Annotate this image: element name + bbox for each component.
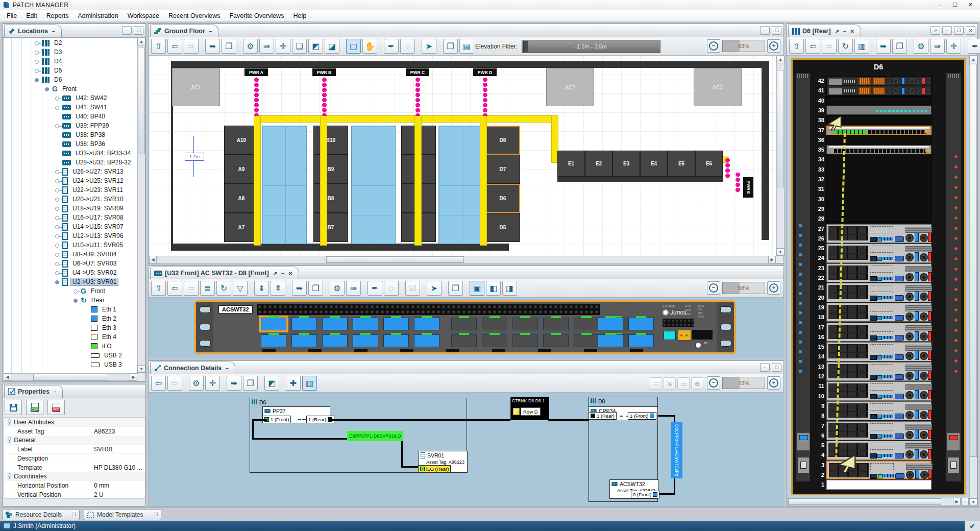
expander-collapsed-icon[interactable] — [35, 50, 40, 55]
pin-button[interactable]: ✒ — [368, 281, 382, 296]
reset-button[interactable] — [695, 342, 701, 348]
rack-vscroll-up[interactable]: ▲ — [969, 56, 977, 63]
property-row[interactable]: Description — [4, 453, 145, 463]
switch-port[interactable] — [414, 318, 439, 330]
fit-button[interactable]: ⇲ — [664, 377, 676, 390]
columns-button[interactable]: ▥ — [302, 376, 317, 391]
rack-up-button[interactable]: ⇞ — [271, 281, 285, 296]
mgmt-port[interactable] — [678, 330, 691, 341]
tree-item-u14-u15-svr07[interactable]: U14->U15: SVR07 — [4, 222, 138, 231]
locations-ctl[interactable]: – — [52, 29, 55, 34]
pwr-node[interactable]: PWR B — [312, 68, 336, 76]
floor-rack-d5[interactable]: D5 — [485, 213, 520, 242]
console-port[interactable] — [664, 331, 676, 340]
switch-port[interactable] — [543, 334, 569, 347]
expander-collapsed-icon[interactable] — [55, 105, 61, 110]
menu-reports[interactable]: Reports — [42, 11, 74, 20]
ground-floor-hscroll-right[interactable]: ▶ — [768, 256, 776, 263]
rack-view-ctl[interactable]: ✕ — [850, 29, 854, 34]
back-button[interactable]: ⇦ — [167, 39, 182, 54]
menu-file[interactable]: File — [2, 11, 21, 20]
tree-item-front[interactable]: GFront — [4, 286, 138, 296]
add-button[interactable]: ✚ — [286, 376, 301, 391]
book-button[interactable]: ❒ — [448, 281, 463, 296]
floor-rack-b10[interactable]: B10 — [313, 126, 348, 155]
switch-port[interactable] — [543, 318, 569, 330]
copy-button[interactable]: ❐ — [892, 39, 907, 54]
switch-port[interactable] — [291, 318, 317, 330]
rack-server[interactable] — [826, 283, 932, 302]
floor-rack-e5[interactable]: E5 — [668, 151, 695, 177]
pwr-node-e[interactable]: PWR E — [743, 177, 753, 198]
connection-details-ctl[interactable]: – — [226, 366, 229, 371]
port-chip-front[interactable]: 1 (Front) — [628, 412, 656, 420]
detach-icon[interactable]: ❐ — [154, 512, 158, 517]
switch-port[interactable] — [353, 334, 378, 347]
locations-winctls-btn[interactable]: – — [122, 26, 132, 35]
connection-winctls-btn[interactable]: ☐ — [772, 363, 781, 372]
highlight-zone[interactable] — [438, 126, 483, 244]
tree-item-u4-u5-svr02[interactable]: U4->U5: SVR02 — [4, 268, 138, 277]
rack-view-winctls-btn[interactable]: ✕ — [966, 26, 975, 35]
ground-floor-tab[interactable]: Ground Floor– — [150, 25, 218, 37]
rack-view-ctl[interactable]: – — [843, 29, 846, 34]
ground-floor-winctls-btn[interactable]: – — [760, 26, 770, 35]
export-button[interactable]: ➥ — [292, 281, 307, 296]
rack-hscroll-right[interactable]: ▶ — [953, 498, 961, 505]
elevation-filter-slider[interactable]: -1.5m - 3.5m — [522, 40, 660, 53]
frame-button[interactable]: ▭ — [677, 377, 690, 390]
device-view-ctl[interactable]: – — [281, 271, 284, 276]
patch-panel-35[interactable] — [826, 145, 932, 154]
link-button[interactable]: ⊕ — [691, 377, 703, 390]
pan-button[interactable]: ✋ — [362, 39, 377, 54]
switch-port[interactable] — [451, 334, 477, 347]
property-group-user-attributes[interactable]: User Attributes — [4, 418, 145, 426]
rotate-button[interactable]: ↻ — [216, 281, 231, 296]
window-minimize-button[interactable]: – — [932, 0, 947, 10]
expander-collapsed-icon[interactable] — [55, 215, 61, 221]
copy-button[interactable]: ❐ — [222, 39, 236, 54]
floor-rack-b7[interactable]: B7 — [313, 213, 348, 242]
expander-collapsed-icon[interactable] — [35, 59, 40, 64]
expander-collapsed-icon[interactable] — [55, 197, 61, 202]
expander-collapsed-icon[interactable] — [55, 243, 61, 248]
ground-floor-vscroll-thumb[interactable] — [777, 70, 784, 187]
zoom-slider[interactable]: 72% — [722, 377, 765, 389]
ground-floor-canvas[interactable]: AC1AC2AC3A10A9A8A7B10B9B8B7C8C7C6C5D8D7D… — [149, 56, 776, 256]
tree-item-u26-u27-svr13[interactable]: U26->U27: SVR13 — [4, 167, 138, 176]
ac-unit-ac1[interactable]: AC1 — [172, 68, 220, 106]
menu-help[interactable]: Help — [288, 11, 311, 20]
rack-view-tab[interactable]: D6 [Rear]↗–✕ — [788, 25, 861, 37]
tree-item-u6-u7-svr03[interactable]: U6->U7: SVR03 — [4, 259, 138, 268]
align-button[interactable]: ✛ — [276, 39, 290, 54]
rack-server[interactable] — [826, 401, 932, 421]
rack-switch-rear[interactable] — [826, 86, 932, 95]
rack-server[interactable] — [826, 323, 932, 342]
device-view-ctl[interactable]: ↗ — [273, 271, 277, 276]
floor-rack-d6[interactable]: D6 — [485, 184, 520, 213]
lock-button[interactable]: ◩ — [308, 39, 323, 54]
back-button[interactable]: ⇦ — [151, 376, 166, 391]
property-row[interactable]: TemplateHP DL380 G10 ... — [4, 463, 145, 472]
tree-item-u40-bp40[interactable]: U40: BP40 — [4, 112, 138, 121]
switch-port[interactable] — [628, 334, 654, 347]
rack-view-winctls-btn[interactable]: ☐ — [954, 26, 964, 35]
expander-collapsed-icon[interactable] — [55, 206, 61, 211]
property-row[interactable]: Vertical Position2 U — [4, 490, 145, 499]
export-csv-button[interactable]: CSV — [26, 400, 43, 415]
lasso-button[interactable]: ◌ — [400, 39, 415, 54]
floor-rack-e4[interactable]: E4 — [640, 151, 668, 177]
rack-frame[interactable]: D642414039383736353433323130292827262524… — [791, 58, 966, 495]
expander-collapsed-icon[interactable] — [55, 187, 61, 193]
switch-port[interactable] — [574, 334, 599, 347]
tree-item-u18-u19-svr09[interactable]: U18->U19: SVR09 — [4, 204, 138, 213]
tree-item-rear[interactable]: ↻Rear — [4, 296, 138, 305]
tree-item-u36-bp36[interactable]: U36: BP36 — [4, 139, 138, 149]
settings-button[interactable]: ⚙ — [914, 39, 928, 54]
rack-view-winctls-btn[interactable]: ↗ — [930, 26, 940, 35]
expander-collapsed-icon[interactable] — [55, 270, 61, 276]
switch-port[interactable] — [414, 334, 439, 347]
expander-collapsed-icon[interactable] — [55, 233, 61, 239]
expander-expanded-icon[interactable] — [55, 279, 61, 285]
menu-workspace[interactable]: Workspace — [123, 11, 164, 20]
